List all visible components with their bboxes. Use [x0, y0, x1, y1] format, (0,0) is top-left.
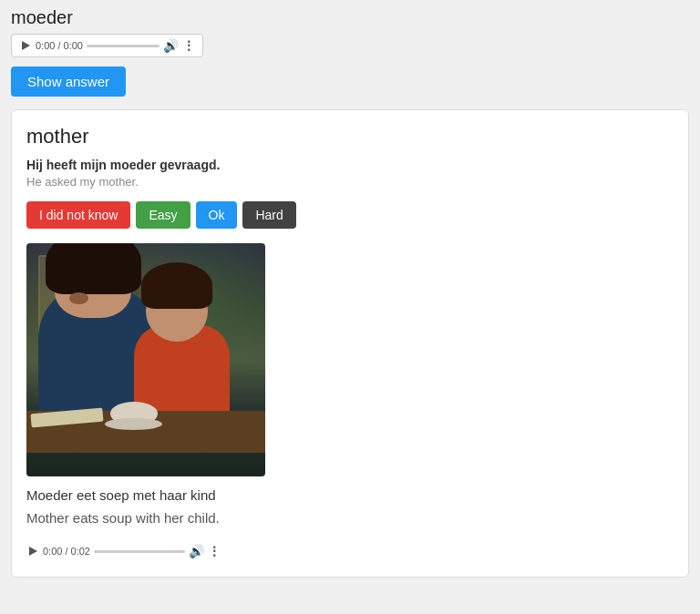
- audio-time-top: 0:00 / 0:00: [36, 40, 83, 51]
- example-english: He asked my mother.: [26, 175, 674, 189]
- play-icon-bottom: [29, 547, 37, 556]
- ok-button[interactable]: Ok: [196, 201, 238, 229]
- progress-bar-bottom[interactable]: [94, 550, 185, 553]
- answer-card: mother Hij heeft mijn moeder gevraagd. H…: [11, 109, 689, 578]
- hard-button[interactable]: Hard: [242, 201, 295, 229]
- woman-eye: [69, 292, 88, 304]
- rating-buttons: I did not know Easy Ok Hard: [26, 201, 674, 229]
- plate: [105, 418, 162, 430]
- did-not-know-button[interactable]: I did not know: [26, 201, 130, 229]
- progress-bar-top[interactable]: [87, 45, 160, 47]
- volume-icon-bottom[interactable]: 🔊: [189, 544, 204, 558]
- child-hair: [141, 262, 213, 309]
- audio-controls-top[interactable]: 0:00 / 0:00 🔊 ⋮: [11, 34, 203, 57]
- example-dutch: Hij heeft mijn moeder gevraagd.: [26, 158, 674, 172]
- audio-player-top: 0:00 / 0:00 🔊 ⋮: [11, 34, 689, 57]
- painting-scene: [26, 243, 265, 476]
- word-title: moeder: [11, 7, 689, 28]
- play-button-top[interactable]: [19, 39, 32, 52]
- show-answer-button[interactable]: Show answer: [11, 67, 126, 97]
- caption-english: Mother eats soup with her child.: [26, 510, 674, 526]
- word-image: [26, 243, 265, 476]
- audio-player-bottom: 0:00 / 0:02 🔊 ⋮: [26, 540, 674, 562]
- volume-icon-top[interactable]: 🔊: [163, 38, 179, 53]
- page-wrapper: moeder 0:00 / 0:00 🔊 ⋮ Show answer mothe…: [0, 0, 700, 594]
- audio-controls-bottom[interactable]: 0:00 / 0:02 🔊 ⋮: [26, 540, 221, 562]
- easy-button[interactable]: Easy: [136, 201, 190, 229]
- woman-hair: [46, 243, 141, 294]
- caption-dutch: Moeder eet soep met haar kind: [26, 487, 674, 503]
- audio-time-bottom: 0:00 / 0:02: [43, 546, 90, 557]
- more-options-icon-bottom[interactable]: ⋮: [208, 544, 221, 558]
- more-options-icon-top[interactable]: ⋮: [182, 38, 195, 53]
- play-button-bottom[interactable]: [26, 545, 39, 558]
- play-icon-top: [22, 41, 30, 50]
- answer-translation: mother: [26, 125, 674, 148]
